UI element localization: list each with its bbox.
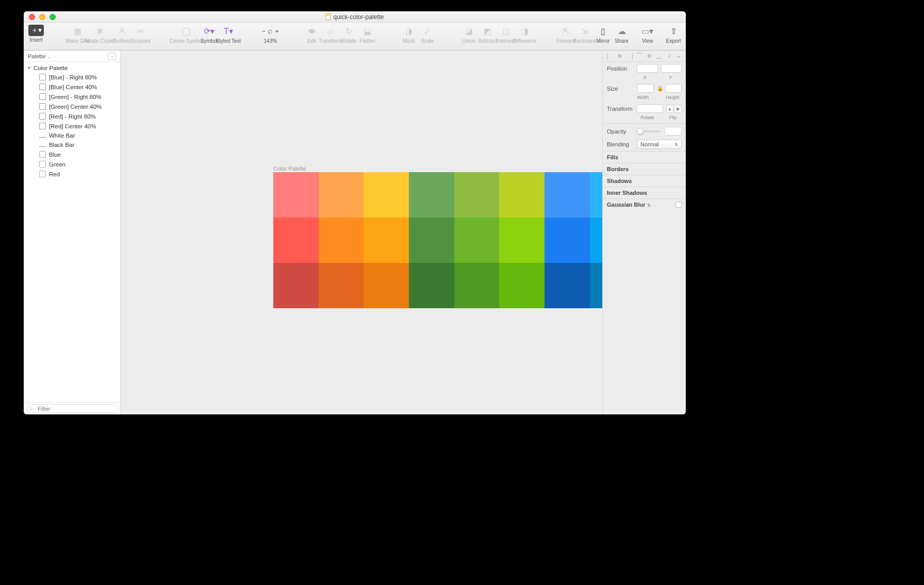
blending-select[interactable]: Normal⇅ [637,140,682,149]
fills-section[interactable]: Fills [603,151,686,163]
view-button[interactable]: ▭▾View [638,25,657,44]
layer-item[interactable]: [Green] - Right 80% [24,92,120,102]
maximize-button[interactable] [50,14,56,20]
size-height-field[interactable] [665,84,682,93]
disclosure-triangle-icon[interactable]: ▼ [27,65,31,71]
rotate-copies-button[interactable]: ✱Rotate Copies [87,25,113,44]
union-button[interactable]: ◪Union [459,25,478,44]
align-left-icon[interactable]: ⎸ [606,52,614,60]
mirror-button[interactable]: ▯Mirror [594,25,613,44]
color-swatch[interactable] [544,263,590,308]
color-swatch[interactable] [499,172,544,218]
color-swatch[interactable] [590,172,602,218]
transform-icon: ▱ [324,25,337,37]
color-swatch[interactable] [364,172,409,218]
insert-button[interactable]: ＋▾ Insert [27,25,45,43]
color-swatch[interactable] [499,263,544,308]
color-swatch[interactable] [454,172,500,218]
color-swatch[interactable] [273,218,319,263]
color-swatch[interactable] [319,218,364,263]
outlines-button[interactable]: AOutlines [113,25,131,44]
minimize-button[interactable] [39,14,45,20]
distribute-h-icon[interactable]: ⫞ [665,52,672,60]
position-row: Position [603,62,686,75]
layer-item[interactable]: [Blue] - Right 80% [24,72,120,82]
layer-item[interactable]: [Green] Center 40% [24,102,120,111]
layer-group-header[interactable]: ▼ Color Palette [24,64,120,72]
left-sidebar: Palette ⌄ ⌄ ▼ Color Palette [Blue] - Rig… [24,51,121,414]
align-row: ⎸ ≡ ⎹ ⎴ ≡ ⎵ ⫞ ⫠ [603,51,686,62]
layer-item[interactable]: Red [24,169,120,179]
difference-button[interactable]: ◨Difference [515,25,534,44]
layer-item[interactable]: White Bar [24,131,120,140]
backward-button[interactable]: ⇲Backward [575,25,594,44]
position-y-field[interactable] [661,64,682,73]
align-top-icon[interactable]: ⎴ [636,52,643,60]
rectangle-icon [39,123,46,129]
create-symbol-icon: ◯ [180,25,192,37]
flip-h-icon[interactable]: ▲ [666,105,673,113]
opacity-slider[interactable] [637,130,661,132]
zoom-control[interactable]: −⌕+ 143% [261,25,279,44]
inner-shadows-section[interactable]: Inner Shadows [603,187,686,198]
size-width-field[interactable] [637,84,654,93]
color-swatch[interactable] [364,218,409,263]
lock-icon[interactable]: 🔒 [657,86,662,91]
toolbar: ＋▾ Insert ▦Make Grid ✱Rotate Copies AOut… [24,23,686,51]
layer-item[interactable]: [Red] Center 40% [24,121,120,131]
share-button[interactable]: ☁Share [613,25,631,44]
layer-item[interactable]: [Red] - Right 80% [24,111,120,121]
color-swatch[interactable] [409,263,454,308]
pages-dropdown[interactable]: Palette ⌄ ⌄ [24,51,120,62]
canvas[interactable]: Color Palette [121,51,602,414]
align-center-v-icon[interactable]: ≡ [646,52,653,60]
gaussian-blur-section[interactable]: Gaussian Blur ⇅ [603,198,686,210]
rotate-button[interactable]: ↻Rotate [340,25,358,44]
close-button[interactable] [29,14,35,20]
color-swatch[interactable] [319,172,364,218]
styled-text-button[interactable]: T▾Styled Text [219,25,239,44]
layer-item[interactable]: Black Bar [24,140,120,149]
gaussian-blur-checkbox[interactable] [675,202,682,208]
layer-item[interactable]: [Blue] Center 40% [24,82,120,92]
color-swatch[interactable] [544,172,590,218]
color-swatch[interactable] [499,218,544,263]
align-bottom-icon[interactable]: ⎵ [655,52,663,60]
color-swatch[interactable] [409,172,454,218]
subtract-button[interactable]: ◩Subtract [478,25,497,44]
scale-button[interactable]: ⤢Scale [418,25,437,44]
color-swatch[interactable] [273,263,319,308]
transform-button[interactable]: ▱Transform [321,25,340,44]
scissors-button[interactable]: ✂Scissors [131,25,150,44]
color-swatch[interactable] [409,218,454,263]
rotate-field[interactable] [637,104,663,113]
mask-button[interactable]: ◑Mask [400,25,418,44]
shadows-section[interactable]: Shadows [603,175,686,187]
align-right-icon[interactable]: ⎹ [626,52,633,60]
borders-section[interactable]: Borders [603,163,686,175]
create-symbol-button[interactable]: ◯Create Symbol [173,25,200,44]
filter-input[interactable] [27,404,119,413]
color-swatch[interactable] [544,218,590,263]
layer-item[interactable]: Green [24,159,120,169]
color-swatch[interactable] [590,263,602,308]
color-swatch[interactable] [454,263,500,308]
artboard-label[interactable]: Color Palette [273,165,306,172]
color-swatch[interactable] [319,263,364,308]
flatten-button[interactable]: ⬓Flatten [358,25,377,44]
layer-item[interactable]: Blue [24,149,120,159]
flip-v-icon[interactable]: ▶ [674,105,682,113]
panel-toggle-icon[interactable]: ⌄ [108,53,116,60]
color-swatch[interactable] [364,263,409,308]
color-swatch[interactable] [590,218,602,263]
align-center-h-icon[interactable]: ≡ [616,52,623,60]
distribute-v-icon[interactable]: ⫠ [675,52,682,60]
color-palette-artboard[interactable] [273,172,602,308]
color-swatch[interactable] [273,172,319,218]
forward-button[interactable]: ⇱Forward [557,25,575,44]
edit-icon: ⬬ [306,25,318,37]
position-x-field[interactable] [637,64,658,73]
export-button[interactable]: ⇪Export [664,25,683,44]
color-swatch[interactable] [454,218,500,263]
opacity-field[interactable] [664,127,682,136]
